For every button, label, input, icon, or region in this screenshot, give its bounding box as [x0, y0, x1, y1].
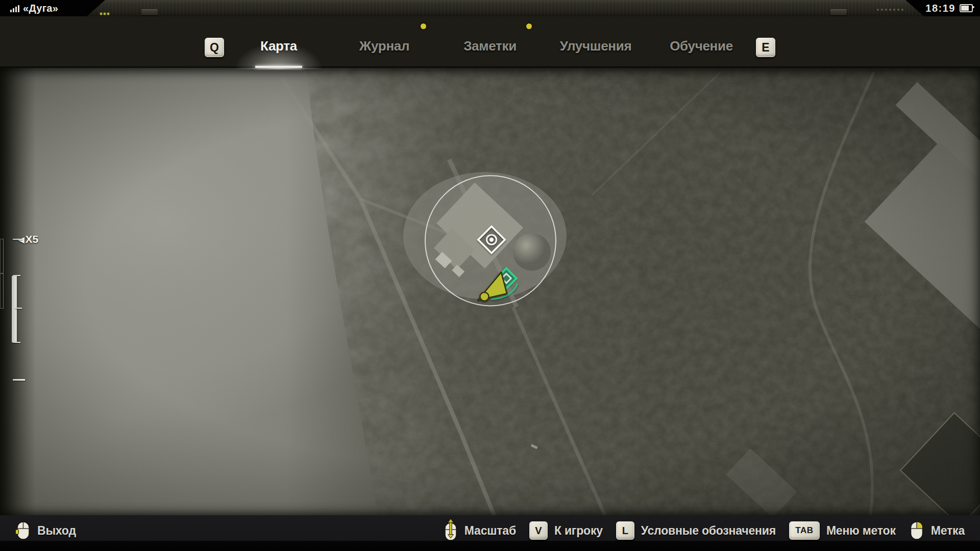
tab-bar: Q Карта Журнал Заметки Улучшения Обучени… — [0, 16, 980, 68]
signal-strength-icon — [10, 5, 19, 12]
to-player-key-hint: V — [529, 521, 548, 540]
tab-journal[interactable]: Журнал — [333, 16, 435, 66]
shortcut-exit-label: Выход — [37, 524, 76, 538]
shortcut-legend[interactable]: L Условные обозначения — [616, 521, 776, 540]
tab-map-label: Карта — [260, 38, 297, 54]
frame-texture — [87, 0, 924, 16]
frame-latch-right — [830, 9, 847, 15]
shortcut-marker-menu-label: Меню меток — [826, 524, 896, 538]
tab-journal-label: Журнал — [359, 38, 409, 54]
tab-notes[interactable]: Заметки — [439, 16, 541, 66]
shortcut-marker-label: Метка — [931, 524, 965, 538]
mouse-right-button-icon — [909, 521, 924, 540]
shortcut-bar: Выход Масштаб V К игроку L Условные обо — [0, 515, 980, 551]
next-tab-key-hint[interactable]: E — [756, 38, 775, 57]
shortcut-scale[interactable]: Масштаб — [444, 519, 516, 542]
shortcut-marker-menu[interactable]: TAB Меню меток — [789, 521, 896, 540]
status-bar: «Дуга» 18:19 — [0, 0, 980, 16]
clock-time: 18:19 — [925, 3, 955, 14]
legend-key-hint: L — [616, 521, 634, 540]
shortcut-exit[interactable]: Выход — [15, 521, 76, 540]
frame-vents — [877, 9, 903, 11]
battery-icon — [960, 4, 973, 12]
device-title-group: «Дуга» — [10, 0, 58, 16]
marker-menu-key-hint: TAB — [789, 521, 820, 540]
tab-map[interactable]: Карта — [228, 16, 330, 66]
prev-tab-key-hint[interactable]: Q — [205, 38, 224, 57]
shortcut-legend-label: Условные обозначения — [641, 524, 776, 538]
shortcut-marker[interactable]: Метка — [909, 521, 965, 540]
shortcut-to-player-label: К игроку — [554, 524, 603, 538]
clock-battery-group: 18:19 — [925, 0, 973, 16]
device-frame-top — [87, 0, 924, 16]
frame-latch-left — [141, 9, 158, 15]
shortcut-to-player[interactable]: V К игроку — [529, 521, 603, 540]
satellite-map — [0, 68, 980, 515]
device-title: «Дуга» — [23, 3, 58, 14]
mouse-side-button-icon — [15, 521, 31, 540]
game-map-screen: «Дуга» 18:19 Q Карта Журнал Заметки Улуч… — [0, 0, 980, 551]
tab-upgrades[interactable]: Улучшения — [545, 16, 647, 66]
tab-upgrades-label: Улучшения — [560, 38, 632, 54]
led-indicators-icon — [100, 13, 109, 15]
notification-dot — [526, 23, 532, 29]
mouse-scroll-wheel-icon — [444, 519, 458, 542]
map-viewport[interactable]: ◀ X5 — [0, 68, 980, 515]
notification-dot — [421, 23, 426, 29]
tab-training[interactable]: Обучение — [650, 16, 752, 66]
tab-training-label: Обучение — [670, 38, 733, 54]
shortcut-scale-label: Масштаб — [464, 524, 516, 538]
tab-notes-label: Заметки — [463, 38, 517, 54]
